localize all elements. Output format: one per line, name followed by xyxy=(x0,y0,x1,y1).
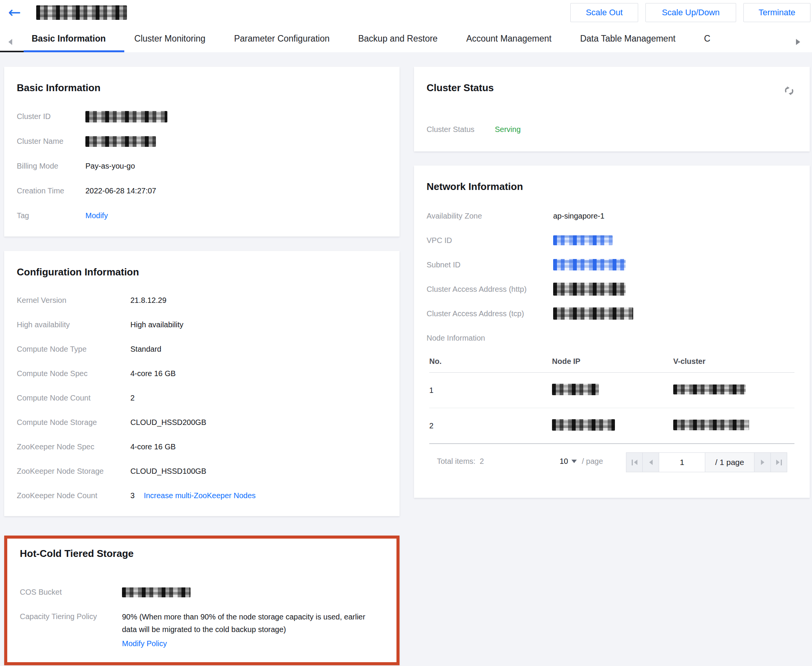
row-cluster-name: Cluster Name xyxy=(17,129,387,154)
current-page-input[interactable]: 1 xyxy=(659,452,705,472)
redacted-subnet-id-link[interactable] xyxy=(553,259,626,270)
last-page-button[interactable] xyxy=(771,452,787,472)
row-zookeeper-node-spec: ZooKeeper Node Spec 4-core 16 GB xyxy=(17,434,387,459)
field-value: 4-core 16 GB xyxy=(130,369,176,378)
next-page-button[interactable] xyxy=(754,452,771,472)
tab-bar: Basic Information Cluster Monitoring Par… xyxy=(0,25,812,52)
total-items-text: Total items: 2 xyxy=(437,457,484,466)
modify-tag-link[interactable]: Modify xyxy=(85,211,108,220)
tab-account-management[interactable]: Account Management xyxy=(466,33,552,44)
basic-information-card: Basic Information Cluster ID Cluster Nam… xyxy=(4,67,399,236)
row-creation-time: Creation Time 2022-06-28 14:27:07 xyxy=(17,178,387,203)
field-label: Compute Node Spec xyxy=(17,369,130,378)
row-high-availability: High availability High availability xyxy=(17,312,387,337)
active-tab-underline xyxy=(24,50,124,52)
field-label: Availability Zone xyxy=(427,212,553,221)
table-row: 1 xyxy=(429,373,794,408)
row-zookeeper-node-count: ZooKeeper Node Count 3 Increase multi-Zo… xyxy=(17,483,387,508)
tab-backup-and-restore[interactable]: Backup and Restore xyxy=(358,33,437,44)
row-cos-bucket: COS Bucket xyxy=(20,580,384,605)
redacted-tcp-address-value xyxy=(553,307,633,320)
configuration-information-card: Configuration Information Kernel Version… xyxy=(4,251,399,516)
tab-basic-information[interactable]: Basic Information xyxy=(32,33,105,44)
first-page-button[interactable] xyxy=(626,452,643,472)
field-label: Tag xyxy=(17,211,85,220)
field-label: COS Bucket xyxy=(20,588,122,597)
scale-up-down-button[interactable]: Scale Up/Down xyxy=(645,3,736,22)
cluster-status-card: Cluster Status Cluster Status Serving xyxy=(414,67,810,152)
field-value: 4-core 16 GB xyxy=(130,442,176,451)
row-compute-node-spec: Compute Node Spec 4-core 16 GB xyxy=(17,361,387,386)
redacted-node-ip-value xyxy=(552,384,599,395)
table-row: 2 xyxy=(429,408,794,444)
tabs-scroll-left-icon[interactable] xyxy=(8,39,12,45)
field-value: ap-singapore-1 xyxy=(553,212,605,221)
field-label: ZooKeeper Node Spec xyxy=(17,442,130,451)
row-node-information: Node Information xyxy=(427,326,797,350)
terminate-button[interactable]: Terminate xyxy=(743,3,810,22)
column-header-v-cluster: V-cluster xyxy=(673,357,794,366)
card-title: Cluster Status xyxy=(427,82,810,94)
field-label: Compute Node Storage xyxy=(17,418,130,427)
tab-clipped[interactable]: C xyxy=(704,33,710,44)
field-value: High availability xyxy=(130,320,183,329)
top-actions: Scale Out Scale Up/Down Terminate xyxy=(0,3,812,22)
redacted-vpc-id-link[interactable] xyxy=(553,235,613,245)
scale-out-button[interactable]: Scale Out xyxy=(570,3,638,22)
column-header-no: No. xyxy=(429,357,552,366)
tab-underline-left xyxy=(0,51,24,52)
network-information-card: Network Information Availability Zone ap… xyxy=(414,166,810,498)
redacted-v-cluster-value xyxy=(673,420,749,430)
redacted-v-cluster-value xyxy=(673,384,746,394)
row-compute-node-type: Compute Node Type Standard xyxy=(17,337,387,361)
field-value: 2022-06-28 14:27:07 xyxy=(85,186,156,195)
modify-policy-link[interactable]: Modify Policy xyxy=(122,639,167,648)
field-label: Cluster Access Address (http) xyxy=(427,285,553,294)
field-value: Pay-as-you-go xyxy=(85,162,135,170)
field-label: High availability xyxy=(17,320,130,329)
tabs-scroll-right-icon[interactable] xyxy=(796,39,800,45)
field-label: ZooKeeper Node Count xyxy=(17,491,130,500)
page-count-label: / 1 page xyxy=(705,452,754,472)
row-capacity-tiering-policy: Capacity Tiering Policy 90% (When more t… xyxy=(20,605,384,648)
field-label: Cluster Status xyxy=(427,125,495,134)
field-label: Cluster ID xyxy=(17,112,85,121)
capacity-policy-text: 90% (When more than 90% of the node stor… xyxy=(122,611,381,636)
row-kernel-version: Kernel Version 21.8.12.29 xyxy=(17,288,387,312)
tab-data-table-management[interactable]: Data Table Management xyxy=(580,33,676,44)
tab-strip: Basic Information Cluster Monitoring Par… xyxy=(32,25,791,52)
field-value: 3 xyxy=(130,491,135,500)
page-size-value: 10 xyxy=(560,457,568,466)
column-header-node-ip: Node IP xyxy=(552,357,673,366)
row-compute-node-storage: Compute Node Storage CLOUD_HSSD200GB xyxy=(17,410,387,434)
field-value: CLOUD_HSSD100GB xyxy=(130,467,206,476)
row-subnet-id: Subnet ID xyxy=(427,252,797,277)
page-size-select[interactable]: 10 / page xyxy=(560,457,603,466)
redacted-node-ip-value xyxy=(552,419,615,431)
row-zookeeper-node-storage: ZooKeeper Node Storage CLOUD_HSSD100GB xyxy=(17,459,387,483)
field-label: Cluster Name xyxy=(17,137,85,146)
field-value: 21.8.12.29 xyxy=(130,296,167,305)
card-title: Network Information xyxy=(427,181,810,192)
refresh-icon[interactable] xyxy=(782,84,796,98)
node-table: No. Node IP V-cluster 1 2 xyxy=(429,350,794,444)
row-cluster-id: Cluster ID xyxy=(17,104,387,129)
field-value: CLOUD_HSSD200GB xyxy=(130,418,206,427)
row-access-address-http: Cluster Access Address (http) xyxy=(427,277,797,301)
field-value: 2 xyxy=(130,394,135,402)
previous-page-button[interactable] xyxy=(643,452,659,472)
tab-cluster-monitoring[interactable]: Cluster Monitoring xyxy=(134,33,205,44)
row-cluster-status: Cluster Status Serving xyxy=(427,117,797,142)
increase-zookeeper-nodes-link[interactable]: Increase multi-ZooKeeper Nodes xyxy=(144,491,255,500)
redacted-http-address-value xyxy=(553,283,626,296)
top-bar: ← Scale Out Scale Up/Down Terminate xyxy=(0,0,812,25)
redacted-cluster-name-value xyxy=(85,136,156,147)
field-label: Cluster Access Address (tcp) xyxy=(427,309,553,318)
row-availability-zone: Availability Zone ap-singapore-1 xyxy=(427,204,797,228)
per-page-label: / page xyxy=(582,457,603,466)
field-label: Subnet ID xyxy=(427,260,553,269)
tab-parameter-configuration[interactable]: Parameter Configuration xyxy=(234,33,330,44)
hot-cold-tiered-storage-card: Hot-Cold Tiered Storage COS Bucket Capac… xyxy=(4,536,399,665)
field-label: Capacity Tiering Policy xyxy=(20,611,122,622)
field-label: Compute Node Type xyxy=(17,345,130,354)
